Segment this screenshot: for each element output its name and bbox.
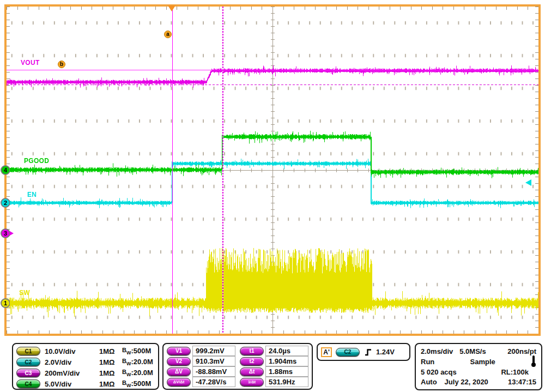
cursor-v1-horizontal-bar[interactable] <box>7 70 538 70</box>
channel-impedance: 1MΩ <box>99 369 122 377</box>
channel-marker-c2[interactable]: 2 <box>1 198 10 208</box>
sample-resolution: 200ns/pt <box>507 347 536 355</box>
cursor-a-vertical-bar[interactable] <box>172 7 173 334</box>
channel-label-pgood: PGOOD <box>24 157 49 165</box>
run-state: Run <box>421 358 434 366</box>
thermometer-icon <box>531 355 536 367</box>
cursor-readout-row: ΔV/Δt-47.28V/s <box>167 377 235 387</box>
channel-scale: 2.0V/div <box>45 358 99 366</box>
channel-badge-c4[interactable]: C4 <box>16 379 40 388</box>
trigger-settings-panel[interactable]: A' C2 1.24V <box>317 343 410 361</box>
channel-badge-c2[interactable]: C2 <box>16 358 40 366</box>
rising-edge-icon <box>364 348 372 357</box>
oscilloscope-screen: a b SWENPGOODVOUT 1243 C110.0V/div1MΩBW:… <box>0 0 545 392</box>
cursor-readout-row: 1/Δt531.9Hz <box>240 377 308 387</box>
channel-badge-c3[interactable]: C3 <box>16 369 40 377</box>
trigger-mode: Auto <box>421 378 437 386</box>
cursor-v2-horizontal-bar[interactable] <box>7 85 538 85</box>
sample-rate: 5.0MS/s <box>459 347 507 355</box>
time-display: 13:47:15 <box>508 378 536 386</box>
channel-settings-row-c3: C3200mV/div1MΩBW:20.0M <box>16 367 155 378</box>
channel-marker-arrow-icon <box>10 201 14 205</box>
channel-impedance: 1MΩ <box>99 380 122 388</box>
channel-settings-row-c4: C45.0V/div1MΩBW:500M <box>16 378 155 389</box>
measurement-badge[interactable]: ΔV/Δt <box>167 378 191 387</box>
measurement-badge[interactable]: ΔV <box>167 367 191 376</box>
channel-bandwidth: BW:20.0M <box>122 369 153 377</box>
trigger-level-value: 1.24V <box>376 348 395 356</box>
channel-marker-arrow-icon <box>10 168 14 172</box>
measurement-value: -88.88mV <box>192 366 235 377</box>
measurement-value: 999.2mV <box>192 346 235 356</box>
channel-settings-panel: C110.0V/div1MΩBW:500MC22.0V/div1MΩBW:20.… <box>12 343 159 390</box>
acquisition-count: 5 020 acqs <box>421 368 457 376</box>
channel-badge-c1[interactable]: C1 <box>16 347 40 355</box>
measurement-value: 1.88ms <box>265 366 308 377</box>
channel-scale: 10.0V/div <box>45 347 99 355</box>
cursor-readout-row: t21.904ms <box>240 356 308 366</box>
measurement-badge[interactable]: t1 <box>240 347 264 355</box>
cursor-b-badge[interactable]: b <box>58 61 65 68</box>
cursor-b-vertical-bar[interactable] <box>222 7 223 334</box>
cursor-a-badge[interactable]: a <box>164 31 172 38</box>
date-display: July 22, 2020 <box>445 378 508 386</box>
channel-marker-c1[interactable]: 1 <box>1 298 10 308</box>
channel-scale: 5.0V/div <box>45 380 99 388</box>
channel-label-sw: SW <box>19 289 30 297</box>
channel-marker-arrow-icon <box>10 231 14 236</box>
channel-marker-arrow-icon <box>10 301 14 305</box>
channel-bandwidth: BW:20.0M <box>122 358 153 366</box>
cursor-readout-row: V1999.2mV <box>167 346 235 356</box>
measurement-value: -47.28V/s <box>192 377 235 387</box>
channel-label-en: EN <box>27 191 37 198</box>
channel-bandwidth: BW:500M <box>122 347 151 355</box>
trigger-source-badge[interactable]: C2 <box>336 348 360 357</box>
horizontal-scale: 2.0ms/div <box>421 347 453 355</box>
measurement-badge[interactable]: V2 <box>167 357 191 366</box>
channel-impedance: 1MΩ <box>99 347 122 355</box>
channel-settings-row-c2: C22.0V/div1MΩBW:20.0M <box>16 357 155 367</box>
horizontal-acquisition-panel[interactable]: 2.0ms/div 5.0MS/s 200ns/pt Run Sample 5 … <box>415 343 542 390</box>
measurement-badge[interactable]: 1/Δt <box>240 378 264 387</box>
measurement-badge[interactable]: V1 <box>167 347 191 355</box>
waveform-display: a b SWENPGOODVOUT 1243 <box>4 4 541 336</box>
cursor-readout-row: t124.0µs <box>240 346 308 356</box>
cursor-readout-row: ΔV-88.88mV <box>167 366 235 377</box>
measurement-value: 24.0µs <box>265 346 308 356</box>
trigger-position-marker[interactable] <box>168 5 175 11</box>
channel-marker-c3[interactable]: 3 <box>1 228 10 238</box>
trigger-aux-badge: A' <box>321 347 332 357</box>
acquisition-mode: Sample <box>434 358 531 366</box>
channel-bandwidth: BW:500M <box>122 379 151 388</box>
measurement-value: 910.3mV <box>192 356 235 366</box>
cursor-readout-row: Δt1.88ms <box>240 366 308 377</box>
measurement-value: 531.9Hz <box>265 377 308 387</box>
cursor-readout-panel: V1999.2mVV2910.3mVΔV-88.88mVΔV/Δt-47.28V… <box>162 343 313 390</box>
channel-settings-row-c1: C110.0V/div1MΩBW:500M <box>16 346 155 357</box>
measurement-value: 1.904ms <box>265 356 308 366</box>
channel-label-vout: VOUT <box>21 59 40 67</box>
trigger-level-arrow[interactable] <box>525 179 531 186</box>
measurement-badge[interactable]: t2 <box>240 357 264 366</box>
channel-scale: 200mV/div <box>45 369 99 377</box>
waveform-traces <box>7 7 538 334</box>
channel-impedance: 1MΩ <box>99 358 122 366</box>
record-length: RL:100k <box>501 368 529 376</box>
measurement-badge[interactable]: Δt <box>240 367 264 376</box>
cursor-readout-row: V2910.3mV <box>167 356 235 366</box>
channel-marker-c4[interactable]: 4 <box>1 165 10 175</box>
